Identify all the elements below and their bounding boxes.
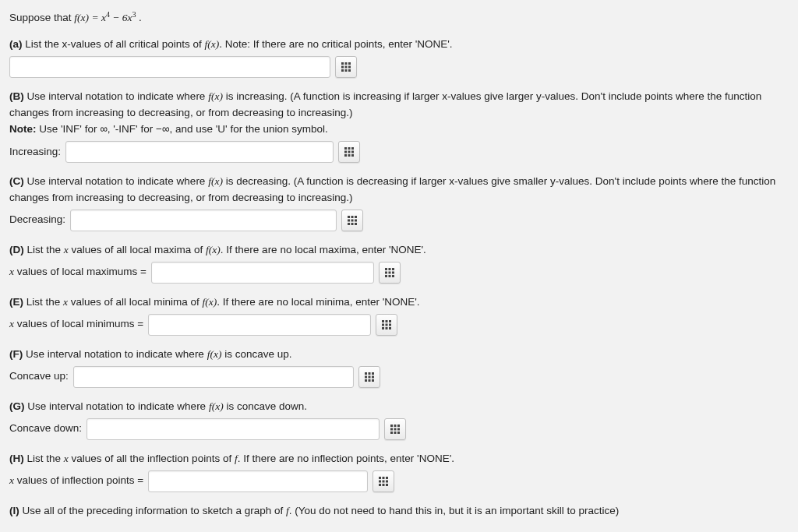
svg-rect-46 <box>368 372 370 375</box>
svg-rect-1 <box>345 62 348 65</box>
part-f: (F) Use interval notation to indicate wh… <box>9 347 789 388</box>
svg-rect-4 <box>345 66 348 69</box>
svg-rect-14 <box>351 151 354 153</box>
svg-rect-20 <box>355 216 357 218</box>
keypad-icon[interactable] <box>358 366 380 388</box>
svg-rect-63 <box>379 477 381 479</box>
part-c-label: Decreasing: <box>9 212 65 228</box>
svg-rect-60 <box>390 432 393 434</box>
keypad-icon[interactable] <box>376 314 397 336</box>
svg-rect-2 <box>348 62 351 65</box>
svg-rect-15 <box>344 154 347 157</box>
svg-rect-39 <box>382 323 384 326</box>
svg-rect-64 <box>383 477 385 479</box>
svg-rect-26 <box>355 223 357 225</box>
svg-rect-0 <box>341 62 344 65</box>
svg-rect-23 <box>355 219 357 221</box>
keypad-icon[interactable] <box>335 56 357 78</box>
part-d-label: x values of local maximums = <box>9 264 147 280</box>
svg-rect-8 <box>348 69 351 72</box>
keypad-icon[interactable] <box>338 141 360 163</box>
keypad-icon[interactable] <box>341 210 363 231</box>
part-c-prompt: (C) Use interval notation to indicate wh… <box>9 174 789 206</box>
svg-rect-67 <box>383 480 385 482</box>
svg-rect-30 <box>385 271 387 273</box>
part-b-note: Note: Use 'INF' for ∞, '-INF' for −∞, an… <box>9 122 789 138</box>
keypad-icon[interactable] <box>373 470 394 492</box>
svg-rect-18 <box>348 216 350 218</box>
part-b-prompt: (B) Use interval notation to indicate wh… <box>9 89 789 122</box>
svg-rect-66 <box>379 480 381 482</box>
part-h-prompt: (H) List the x values of all the inflect… <box>9 451 789 467</box>
svg-rect-19 <box>351 216 354 218</box>
svg-rect-61 <box>394 432 397 434</box>
part-a-input[interactable] <box>9 56 330 78</box>
part-g-input[interactable] <box>87 418 380 440</box>
svg-rect-58 <box>394 428 397 430</box>
svg-rect-62 <box>397 432 400 434</box>
intro-text: Suppose that <box>9 12 74 23</box>
part-e-label: x values of local minimums = <box>9 316 143 333</box>
svg-rect-55 <box>394 425 397 427</box>
svg-rect-22 <box>351 219 354 221</box>
svg-rect-6 <box>341 69 344 72</box>
svg-rect-37 <box>386 320 388 322</box>
part-h-label: x values of inflection points = <box>9 473 143 489</box>
part-d-prompt: (D) List the x values of all local maxim… <box>9 242 789 259</box>
svg-rect-41 <box>389 323 391 326</box>
svg-rect-71 <box>386 484 388 486</box>
svg-rect-33 <box>385 275 387 277</box>
svg-rect-32 <box>392 271 394 273</box>
svg-rect-25 <box>351 223 354 225</box>
svg-rect-45 <box>365 372 367 375</box>
part-d-input[interactable] <box>151 262 374 284</box>
part-e: (E) List the x values of all local minim… <box>9 294 789 336</box>
svg-rect-44 <box>389 327 391 329</box>
svg-rect-29 <box>392 268 394 270</box>
svg-rect-35 <box>392 275 394 277</box>
svg-rect-16 <box>348 154 351 157</box>
part-e-input[interactable] <box>148 314 371 336</box>
svg-rect-28 <box>388 268 390 270</box>
svg-rect-42 <box>382 327 384 329</box>
part-g: (G) Use interval notation to indicate wh… <box>9 399 789 440</box>
part-g-label: Concave down: <box>9 421 82 437</box>
svg-rect-21 <box>348 219 350 221</box>
svg-rect-9 <box>344 147 347 150</box>
svg-rect-5 <box>348 66 351 69</box>
intro-formula: f(x) = x4 − 6x3 <box>74 12 139 23</box>
keypad-icon[interactable] <box>384 418 406 440</box>
svg-rect-43 <box>386 327 388 329</box>
part-d: (D) List the x values of all local maxim… <box>9 242 789 284</box>
svg-rect-36 <box>382 320 384 322</box>
keypad-icon[interactable] <box>379 262 401 284</box>
svg-rect-12 <box>344 151 347 153</box>
svg-rect-48 <box>365 375 367 378</box>
svg-rect-50 <box>372 375 374 378</box>
svg-rect-3 <box>341 66 344 69</box>
svg-rect-68 <box>386 480 388 482</box>
part-c-input[interactable] <box>70 210 337 231</box>
part-c: (C) Use interval notation to indicate wh… <box>9 174 789 231</box>
svg-rect-54 <box>390 425 393 427</box>
part-e-prompt: (E) List the x values of all local minim… <box>9 294 789 311</box>
part-b: (B) Use interval notation to indicate wh… <box>9 89 789 163</box>
part-f-input[interactable] <box>73 366 354 388</box>
part-f-label: Concave up: <box>9 368 69 385</box>
svg-rect-40 <box>386 323 388 326</box>
svg-rect-59 <box>397 428 400 430</box>
svg-rect-10 <box>348 147 351 150</box>
svg-rect-65 <box>386 477 388 479</box>
part-a-prompt: (a) List the x-values of all critical po… <box>9 37 789 53</box>
part-b-input[interactable] <box>65 141 334 163</box>
svg-rect-13 <box>348 151 351 153</box>
svg-rect-53 <box>372 379 374 382</box>
part-i: (I) Use all of the preceding information… <box>9 503 789 520</box>
part-h-input[interactable] <box>148 470 368 492</box>
part-h: (H) List the x values of all the inflect… <box>9 451 789 492</box>
svg-rect-47 <box>372 372 374 375</box>
part-g-prompt: (G) Use interval notation to indicate wh… <box>9 399 789 415</box>
svg-rect-11 <box>351 147 354 150</box>
svg-rect-70 <box>383 484 385 486</box>
svg-rect-27 <box>385 268 387 270</box>
